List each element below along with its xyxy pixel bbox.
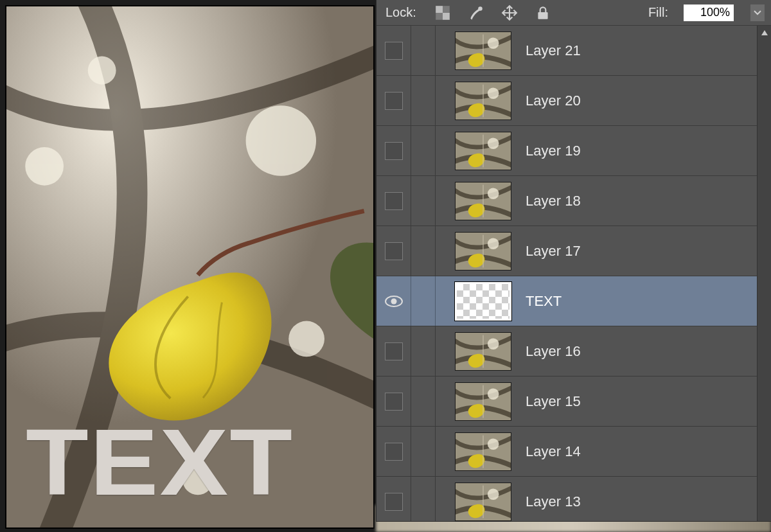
link-column [411, 76, 436, 125]
svg-rect-24 [483, 184, 484, 217]
visibility-toggle[interactable] [377, 276, 411, 326]
visibility-empty-box [385, 142, 403, 160]
visibility-toggle[interactable] [377, 326, 411, 376]
visibility-toggle[interactable] [377, 427, 411, 476]
link-column [411, 326, 436, 376]
layer-name[interactable]: Layer 19 [526, 143, 581, 159]
layer-name[interactable]: Layer 18 [526, 193, 581, 209]
scroll-up-button[interactable] [758, 26, 771, 40]
layer-row[interactable]: Layer 14 [377, 427, 757, 477]
layer-name[interactable]: Layer 21 [526, 42, 581, 59]
visibility-empty-box [385, 443, 403, 461]
svg-point-29 [391, 298, 396, 304]
layer-thumbnail[interactable] [455, 132, 511, 170]
lock-position-icon[interactable] [501, 4, 518, 21]
layer-thumbnail[interactable] [455, 282, 511, 321]
fill-value-text: 100% [700, 6, 730, 19]
fill-label: Fill: [648, 5, 668, 20]
layer-thumbnail[interactable] [455, 182, 511, 220]
visibility-empty-box [385, 92, 403, 110]
layer-name[interactable]: Layer 20 [526, 93, 581, 109]
svg-point-23 [488, 188, 499, 199]
svg-point-1 [246, 105, 316, 175]
svg-rect-27 [483, 235, 484, 267]
svg-point-11 [478, 6, 483, 11]
link-column [411, 427, 436, 476]
visibility-toggle[interactable] [377, 377, 411, 426]
visibility-toggle[interactable] [377, 126, 411, 175]
link-column [411, 377, 436, 426]
svg-rect-10 [443, 13, 450, 20]
svg-rect-15 [483, 34, 484, 67]
layer-row[interactable]: Layer 16 [377, 326, 757, 377]
eye-icon [384, 294, 403, 308]
visibility-toggle[interactable] [377, 477, 411, 521]
layer-name[interactable]: Layer 17 [526, 243, 581, 260]
lock-transparency-icon[interactable] [434, 4, 451, 21]
lock-paint-icon[interactable] [468, 4, 484, 21]
visibility-toggle[interactable] [377, 76, 411, 125]
visibility-empty-box [385, 242, 403, 260]
link-column [411, 26, 436, 75]
svg-rect-21 [483, 134, 484, 167]
svg-point-40 [488, 488, 499, 500]
layer-row[interactable]: Layer 13 [377, 477, 757, 521]
layer-row[interactable]: Layer 19 [377, 126, 757, 176]
svg-rect-38 [483, 435, 484, 468]
layer-row[interactable]: Layer 20 [377, 76, 757, 126]
layer-row[interactable]: Layer 17 [377, 226, 757, 276]
layer-thumbnail[interactable] [455, 232, 511, 270]
svg-rect-7 [436, 6, 443, 13]
layer-thumbnail[interactable] [455, 432, 511, 471]
layer-row[interactable]: TEXT [377, 276, 757, 326]
svg-rect-35 [483, 385, 484, 418]
visibility-empty-box [385, 342, 403, 360]
fill-dropdown-button[interactable] [750, 4, 765, 21]
visibility-empty-box [385, 192, 403, 210]
visibility-empty-box [385, 42, 403, 60]
layers-panel: Lock: Fill: 100% [376, 0, 771, 522]
svg-rect-41 [483, 486, 484, 519]
layer-name[interactable]: Layer 15 [526, 393, 581, 410]
layer-thumbnail[interactable] [455, 82, 511, 120]
layer-row[interactable]: Layer 15 [377, 377, 757, 427]
visibility-empty-box [385, 493, 403, 511]
layer-name[interactable]: Layer 13 [526, 493, 581, 510]
svg-point-2 [288, 321, 324, 357]
svg-rect-8 [443, 6, 450, 13]
svg-point-31 [488, 338, 499, 350]
svg-point-26 [488, 238, 499, 249]
canvas-text-overlay: TEXT [26, 420, 294, 504]
lock-all-icon[interactable] [535, 4, 551, 21]
link-column [411, 226, 436, 276]
layers-scrollbar[interactable] [757, 26, 771, 521]
svg-point-14 [488, 37, 499, 49]
link-column [411, 176, 436, 226]
visibility-empty-box [385, 393, 403, 411]
visibility-toggle[interactable] [377, 226, 411, 276]
svg-point-17 [488, 87, 499, 99]
layers-panel-header: Lock: Fill: 100% [377, 0, 771, 26]
document-canvas[interactable]: TEXT [5, 5, 375, 529]
layer-thumbnail[interactable] [455, 483, 511, 521]
svg-rect-18 [483, 84, 484, 117]
layer-thumbnail[interactable] [455, 31, 511, 70]
layer-thumbnail[interactable] [455, 332, 511, 371]
svg-point-34 [488, 388, 499, 400]
svg-point-3 [88, 57, 116, 85]
link-column [411, 126, 436, 175]
svg-point-4 [25, 147, 64, 186]
fill-value-input[interactable]: 100% [684, 4, 734, 21]
layer-row[interactable]: Layer 18 [377, 176, 757, 226]
visibility-toggle[interactable] [377, 26, 411, 75]
layer-row[interactable]: Layer 21 [377, 26, 757, 76]
visibility-toggle[interactable] [377, 176, 411, 226]
link-column [411, 276, 436, 326]
layer-name[interactable]: TEXT [526, 293, 562, 310]
layer-name[interactable]: Layer 16 [526, 343, 581, 360]
layer-name[interactable]: Layer 14 [526, 443, 581, 460]
link-column [411, 477, 436, 521]
svg-rect-12 [538, 12, 547, 19]
svg-point-20 [488, 137, 499, 149]
layer-thumbnail[interactable] [455, 382, 511, 421]
